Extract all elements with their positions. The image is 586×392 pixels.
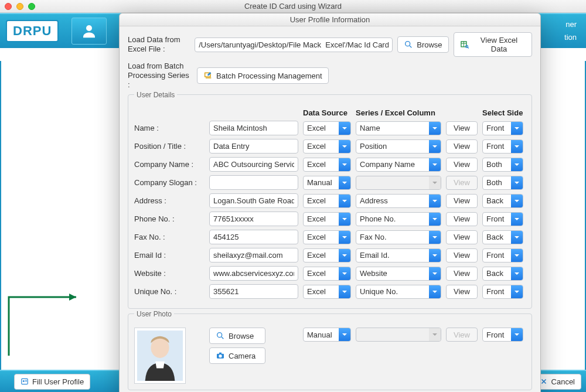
- side-select[interactable]: Back: [482, 267, 523, 281]
- chevron-down-icon: [511, 249, 523, 262]
- series-column-select[interactable]: Address: [356, 194, 441, 208]
- data-source-value: Excel: [304, 214, 339, 223]
- series-column-value: Phone No.: [356, 214, 429, 223]
- data-source-select[interactable]: Excel: [303, 230, 351, 244]
- minimize-window-icon[interactable]: [16, 3, 23, 10]
- profile-icon: [21, 377, 29, 386]
- svg-point-15: [219, 354, 222, 357]
- svg-point-13: [217, 333, 222, 338]
- view-button[interactable]: View: [446, 194, 478, 208]
- view-button[interactable]: View: [446, 158, 478, 172]
- data-source-select[interactable]: Excel: [303, 212, 351, 226]
- field-input[interactable]: [209, 175, 298, 190]
- fill-user-profile-button[interactable]: Fill User Profile: [14, 374, 90, 390]
- side-select[interactable]: Back: [482, 194, 523, 208]
- user-photo-thumb[interactable]: [134, 328, 186, 384]
- camera-icon: [216, 351, 225, 360]
- side-select[interactable]: Both: [482, 176, 523, 190]
- view-button[interactable]: View: [446, 230, 478, 244]
- field-input[interactable]: [209, 121, 298, 135]
- batch-label: Load from Batch Processing Series :: [128, 62, 192, 90]
- data-source-value: Excel: [304, 160, 339, 169]
- data-source-select[interactable]: Excel: [303, 194, 351, 208]
- side-select[interactable]: Front: [482, 139, 523, 154]
- side-select[interactable]: Both: [482, 158, 523, 172]
- photo-source-select[interactable]: Manual: [303, 328, 351, 342]
- data-source-select[interactable]: Excel: [303, 139, 351, 154]
- series-column-select[interactable]: Fax No.: [356, 230, 441, 244]
- field-input[interactable]: [209, 157, 298, 172]
- photo-view-button: View: [446, 328, 478, 342]
- side-value: Back: [483, 233, 511, 241]
- view-button[interactable]: View: [446, 285, 478, 299]
- chevron-down-icon: [429, 213, 441, 226]
- user-details-legend: User Details: [134, 91, 177, 99]
- view-button[interactable]: View: [446, 267, 478, 281]
- data-source-select[interactable]: Excel: [303, 267, 351, 281]
- field-label: Company Slogan :: [134, 178, 205, 187]
- photo-browse-button[interactable]: Browse: [209, 328, 265, 344]
- chevron-down-icon: [511, 158, 523, 171]
- data-source-select[interactable]: Manual: [303, 176, 351, 190]
- photo-source-value: Manual: [304, 330, 339, 339]
- series-column-select[interactable]: Unique No.: [356, 285, 441, 299]
- field-row: Name : Excel Name View Front: [134, 121, 526, 135]
- user-profile-modal: User Profile Information Load Data from …: [119, 13, 541, 392]
- svg-point-0: [86, 25, 92, 31]
- data-source-value: Excel: [304, 124, 339, 132]
- field-label: Unique No. :: [134, 287, 205, 296]
- series-column-select[interactable]: Position: [356, 139, 441, 154]
- zoom-window-icon[interactable]: [28, 3, 35, 10]
- chevron-down-icon: [511, 213, 523, 226]
- series-column-select[interactable]: Website: [356, 267, 441, 281]
- data-source-select[interactable]: Excel: [303, 158, 351, 172]
- field-label: Fax No. :: [134, 233, 205, 241]
- series-column-select[interactable]: Phone No.: [356, 212, 441, 226]
- side-select[interactable]: Front: [482, 121, 523, 135]
- chevron-down-icon: [339, 158, 350, 171]
- chevron-down-icon: [339, 285, 350, 298]
- chevron-down-icon: [511, 140, 523, 153]
- field-input[interactable]: [209, 212, 298, 226]
- field-input[interactable]: [209, 193, 298, 208]
- field-input[interactable]: [209, 266, 298, 281]
- view-button[interactable]: View: [446, 121, 478, 135]
- side-value: Front: [483, 251, 511, 260]
- user-photo-fieldset: User Photo Browse: [128, 313, 532, 390]
- chevron-down-icon: [429, 267, 441, 280]
- field-input[interactable]: [209, 248, 298, 263]
- field-input[interactable]: [209, 284, 298, 299]
- close-window-icon[interactable]: [5, 3, 12, 10]
- data-source-select[interactable]: Excel: [303, 248, 351, 263]
- view-button[interactable]: View: [446, 139, 478, 154]
- data-source-value: Excel: [304, 251, 339, 260]
- field-label: Phone No. :: [134, 214, 205, 223]
- header-data-source: Data Source: [303, 108, 351, 117]
- ribbon-item-icon: [71, 18, 107, 45]
- browse-excel-button[interactable]: Browse: [397, 36, 448, 53]
- side-select[interactable]: Front: [482, 212, 523, 226]
- side-select[interactable]: Front: [482, 248, 523, 263]
- series-column-select[interactable]: Name: [356, 121, 441, 135]
- excel-path-input[interactable]: [195, 38, 393, 52]
- series-column-select[interactable]: Email Id.: [356, 248, 441, 263]
- batch-processing-button[interactable]: Batch Processing Management: [197, 67, 329, 84]
- field-row: Phone No. : Excel Phone No. View Front: [134, 212, 526, 226]
- series-column-value: Email Id.: [356, 251, 429, 260]
- side-select[interactable]: Front: [482, 285, 523, 299]
- chevron-down-icon: [339, 213, 350, 226]
- data-source-value: Excel: [304, 142, 339, 151]
- data-source-select[interactable]: Excel: [303, 285, 351, 299]
- field-input[interactable]: [209, 230, 298, 244]
- view-excel-button[interactable]: View Excel Data: [454, 32, 532, 57]
- view-button[interactable]: View: [446, 248, 478, 263]
- photo-camera-button[interactable]: Camera: [209, 347, 265, 364]
- series-column-select[interactable]: Company Name: [356, 158, 441, 172]
- view-button[interactable]: View: [446, 212, 478, 226]
- svg-point-2: [23, 380, 25, 382]
- data-source-select[interactable]: Excel: [303, 121, 351, 135]
- field-input[interactable]: [209, 139, 298, 154]
- avatar-photo-icon: [137, 330, 183, 381]
- side-select[interactable]: Back: [482, 230, 523, 244]
- photo-side-select[interactable]: Front: [482, 328, 523, 342]
